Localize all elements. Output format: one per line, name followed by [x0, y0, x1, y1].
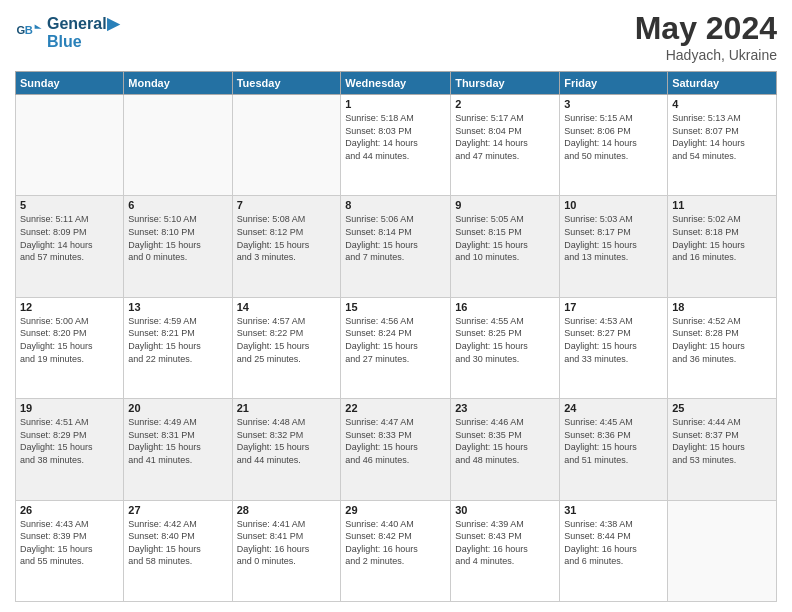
day-info: Sunrise: 4:42 AMSunset: 8:40 PMDaylight:…	[128, 518, 227, 568]
day-info: Sunrise: 4:41 AMSunset: 8:41 PMDaylight:…	[237, 518, 337, 568]
day-number: 14	[237, 301, 337, 313]
table-row: 8Sunrise: 5:06 AMSunset: 8:14 PMDaylight…	[341, 196, 451, 297]
table-row: 20Sunrise: 4:49 AMSunset: 8:31 PMDayligh…	[124, 399, 232, 500]
table-row: 22Sunrise: 4:47 AMSunset: 8:33 PMDayligh…	[341, 399, 451, 500]
day-info: Sunrise: 5:00 AMSunset: 8:20 PMDaylight:…	[20, 315, 119, 365]
day-number: 16	[455, 301, 555, 313]
header-thursday: Thursday	[451, 72, 560, 95]
header-wednesday: Wednesday	[341, 72, 451, 95]
table-row: 31Sunrise: 4:38 AMSunset: 8:44 PMDayligh…	[560, 500, 668, 601]
calendar-page: G B General▶ Blue May 2024 Hadyach, Ukra…	[0, 0, 792, 612]
table-row: 16Sunrise: 4:55 AMSunset: 8:25 PMDayligh…	[451, 297, 560, 398]
day-info: Sunrise: 4:44 AMSunset: 8:37 PMDaylight:…	[672, 416, 772, 466]
day-number: 1	[345, 98, 446, 110]
day-number: 10	[564, 199, 663, 211]
day-number: 26	[20, 504, 119, 516]
day-info: Sunrise: 5:08 AMSunset: 8:12 PMDaylight:…	[237, 213, 337, 263]
day-number: 6	[128, 199, 227, 211]
table-row: 23Sunrise: 4:46 AMSunset: 8:35 PMDayligh…	[451, 399, 560, 500]
day-number: 4	[672, 98, 772, 110]
logo-text: General▶ Blue	[47, 14, 119, 51]
day-number: 13	[128, 301, 227, 313]
day-number: 2	[455, 98, 555, 110]
table-row: 27Sunrise: 4:42 AMSunset: 8:40 PMDayligh…	[124, 500, 232, 601]
day-info: Sunrise: 5:06 AMSunset: 8:14 PMDaylight:…	[345, 213, 446, 263]
table-row: 26Sunrise: 4:43 AMSunset: 8:39 PMDayligh…	[16, 500, 124, 601]
day-number: 23	[455, 402, 555, 414]
day-number: 22	[345, 402, 446, 414]
logo: G B General▶ Blue	[15, 14, 119, 51]
day-info: Sunrise: 4:53 AMSunset: 8:27 PMDaylight:…	[564, 315, 663, 365]
day-info: Sunrise: 5:17 AMSunset: 8:04 PMDaylight:…	[455, 112, 555, 162]
day-info: Sunrise: 4:51 AMSunset: 8:29 PMDaylight:…	[20, 416, 119, 466]
day-info: Sunrise: 4:43 AMSunset: 8:39 PMDaylight:…	[20, 518, 119, 568]
day-number: 20	[128, 402, 227, 414]
table-row: 24Sunrise: 4:45 AMSunset: 8:36 PMDayligh…	[560, 399, 668, 500]
table-row: 2Sunrise: 5:17 AMSunset: 8:04 PMDaylight…	[451, 95, 560, 196]
day-info: Sunrise: 5:15 AMSunset: 8:06 PMDaylight:…	[564, 112, 663, 162]
calendar-week-row: 1Sunrise: 5:18 AMSunset: 8:03 PMDaylight…	[16, 95, 777, 196]
svg-marker-2	[35, 24, 42, 28]
table-row	[124, 95, 232, 196]
day-number: 7	[237, 199, 337, 211]
table-row: 12Sunrise: 5:00 AMSunset: 8:20 PMDayligh…	[16, 297, 124, 398]
header-tuesday: Tuesday	[232, 72, 341, 95]
day-info: Sunrise: 4:56 AMSunset: 8:24 PMDaylight:…	[345, 315, 446, 365]
day-number: 15	[345, 301, 446, 313]
day-number: 19	[20, 402, 119, 414]
location: Hadyach, Ukraine	[635, 47, 777, 63]
day-number: 31	[564, 504, 663, 516]
day-number: 3	[564, 98, 663, 110]
header-monday: Monday	[124, 72, 232, 95]
day-number: 25	[672, 402, 772, 414]
day-number: 27	[128, 504, 227, 516]
header-saturday: Saturday	[668, 72, 777, 95]
day-number: 24	[564, 402, 663, 414]
logo-icon: G B	[15, 19, 43, 47]
day-info: Sunrise: 4:45 AMSunset: 8:36 PMDaylight:…	[564, 416, 663, 466]
calendar-week-row: 26Sunrise: 4:43 AMSunset: 8:39 PMDayligh…	[16, 500, 777, 601]
table-row: 28Sunrise: 4:41 AMSunset: 8:41 PMDayligh…	[232, 500, 341, 601]
table-row: 6Sunrise: 5:10 AMSunset: 8:10 PMDaylight…	[124, 196, 232, 297]
day-number: 21	[237, 402, 337, 414]
day-info: Sunrise: 4:49 AMSunset: 8:31 PMDaylight:…	[128, 416, 227, 466]
calendar-week-row: 5Sunrise: 5:11 AMSunset: 8:09 PMDaylight…	[16, 196, 777, 297]
day-number: 9	[455, 199, 555, 211]
day-number: 12	[20, 301, 119, 313]
header-sunday: Sunday	[16, 72, 124, 95]
day-info: Sunrise: 4:55 AMSunset: 8:25 PMDaylight:…	[455, 315, 555, 365]
day-number: 30	[455, 504, 555, 516]
table-row: 5Sunrise: 5:11 AMSunset: 8:09 PMDaylight…	[16, 196, 124, 297]
table-row: 25Sunrise: 4:44 AMSunset: 8:37 PMDayligh…	[668, 399, 777, 500]
svg-text:G: G	[16, 24, 25, 36]
day-number: 28	[237, 504, 337, 516]
table-row: 21Sunrise: 4:48 AMSunset: 8:32 PMDayligh…	[232, 399, 341, 500]
day-info: Sunrise: 4:48 AMSunset: 8:32 PMDaylight:…	[237, 416, 337, 466]
table-row: 14Sunrise: 4:57 AMSunset: 8:22 PMDayligh…	[232, 297, 341, 398]
table-row: 11Sunrise: 5:02 AMSunset: 8:18 PMDayligh…	[668, 196, 777, 297]
day-info: Sunrise: 5:10 AMSunset: 8:10 PMDaylight:…	[128, 213, 227, 263]
day-number: 29	[345, 504, 446, 516]
table-row: 10Sunrise: 5:03 AMSunset: 8:17 PMDayligh…	[560, 196, 668, 297]
day-number: 8	[345, 199, 446, 211]
day-info: Sunrise: 4:46 AMSunset: 8:35 PMDaylight:…	[455, 416, 555, 466]
month-year: May 2024	[635, 10, 777, 47]
table-row: 4Sunrise: 5:13 AMSunset: 8:07 PMDaylight…	[668, 95, 777, 196]
table-row: 7Sunrise: 5:08 AMSunset: 8:12 PMDaylight…	[232, 196, 341, 297]
day-info: Sunrise: 5:13 AMSunset: 8:07 PMDaylight:…	[672, 112, 772, 162]
table-row: 13Sunrise: 4:59 AMSunset: 8:21 PMDayligh…	[124, 297, 232, 398]
day-number: 18	[672, 301, 772, 313]
table-row: 17Sunrise: 4:53 AMSunset: 8:27 PMDayligh…	[560, 297, 668, 398]
table-row: 1Sunrise: 5:18 AMSunset: 8:03 PMDaylight…	[341, 95, 451, 196]
day-number: 17	[564, 301, 663, 313]
day-number: 5	[20, 199, 119, 211]
day-info: Sunrise: 5:05 AMSunset: 8:15 PMDaylight:…	[455, 213, 555, 263]
header: G B General▶ Blue May 2024 Hadyach, Ukra…	[15, 10, 777, 63]
title-block: May 2024 Hadyach, Ukraine	[635, 10, 777, 63]
table-row: 3Sunrise: 5:15 AMSunset: 8:06 PMDaylight…	[560, 95, 668, 196]
day-info: Sunrise: 4:47 AMSunset: 8:33 PMDaylight:…	[345, 416, 446, 466]
day-info: Sunrise: 5:11 AMSunset: 8:09 PMDaylight:…	[20, 213, 119, 263]
day-info: Sunrise: 5:02 AMSunset: 8:18 PMDaylight:…	[672, 213, 772, 263]
table-row	[16, 95, 124, 196]
day-info: Sunrise: 4:57 AMSunset: 8:22 PMDaylight:…	[237, 315, 337, 365]
